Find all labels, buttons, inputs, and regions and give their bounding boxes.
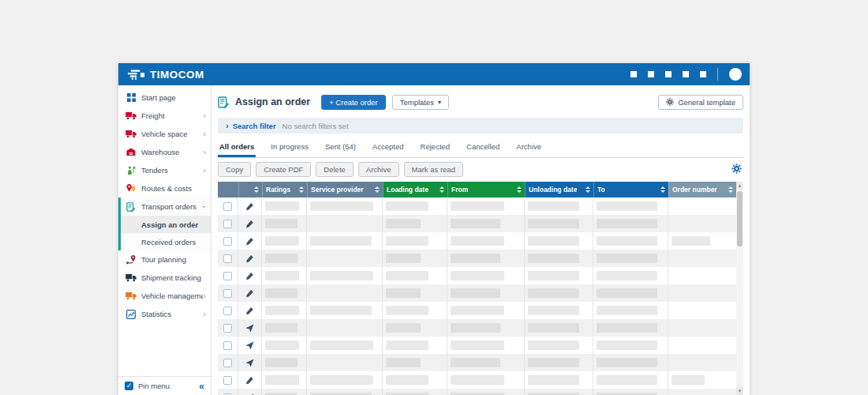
sidebar-item-statistics[interactable]: Statistics›: [118, 305, 211, 323]
table-row[interactable]: [218, 198, 736, 215]
sidebar-item-routes-costs[interactable]: Routes & costs: [118, 179, 211, 198]
sidebar-item-freight[interactable]: Freight›: [118, 107, 211, 125]
sidebar-item-warehouse[interactable]: Warehouse›: [118, 143, 211, 161]
table-row[interactable]: [218, 371, 736, 389]
placeholder-bar: [597, 271, 657, 280]
tab-in-progress[interactable]: In progress: [269, 142, 310, 157]
app-shortcut-icon[interactable]: [683, 71, 689, 77]
row-checkbox[interactable]: [223, 237, 232, 246]
row-checkbox[interactable]: [223, 272, 232, 280]
row-checkbox[interactable]: [223, 202, 232, 211]
search-filter-toggle[interactable]: › Search filter: [226, 121, 276, 130]
sidebar-item-transport-orders[interactable]: Transport orders›: [121, 198, 211, 216]
table-row[interactable]: [218, 267, 736, 284]
sidebar-item-vehicle-space[interactable]: Vehicle space›: [118, 125, 211, 143]
table-row[interactable]: [218, 302, 736, 319]
user-avatar[interactable]: [729, 68, 742, 81]
tab-sent-54[interactable]: Sent (54): [324, 142, 357, 157]
edit-icon[interactable]: [245, 272, 254, 280]
vertical-scrollbar[interactable]: ▲ ▼: [736, 182, 743, 395]
row-checkbox[interactable]: [223, 324, 232, 333]
tab-accepted[interactable]: Accepted: [371, 142, 406, 157]
edit-icon[interactable]: [245, 289, 254, 298]
table-row[interactable]: [218, 337, 736, 354]
table-row[interactable]: [218, 354, 736, 371]
column-label: Service provider: [311, 186, 364, 194]
brand-logo[interactable]: TIMOCOM: [126, 69, 204, 81]
sidebar-item-tenders[interactable]: Tenders›: [118, 161, 211, 179]
table-settings-gear-icon[interactable]: [731, 164, 742, 174]
edit-icon[interactable]: [245, 307, 254, 315]
table-row[interactable]: [218, 284, 736, 302]
edit-icon[interactable]: [245, 237, 254, 246]
cell-ratings: [262, 371, 307, 389]
column-header-from[interactable]: From: [447, 182, 525, 198]
scroll-up-icon[interactable]: ▲: [736, 182, 743, 190]
row-checkbox[interactable]: [223, 341, 232, 350]
create-order-button[interactable]: + Create order: [321, 95, 386, 110]
send-icon[interactable]: [245, 341, 254, 350]
column-header-ratings[interactable]: Ratings: [262, 182, 307, 198]
table-row[interactable]: [218, 232, 736, 250]
table-row[interactable]: [218, 250, 736, 267]
sidebar-item-start-page[interactable]: Start page: [118, 88, 211, 107]
column-header-order[interactable]: Order number: [668, 182, 736, 198]
app-shortcut-icon[interactable]: [630, 71, 637, 77]
row-checkbox[interactable]: [223, 359, 232, 367]
tab-archive[interactable]: Archive: [514, 142, 543, 157]
mark-as-read-button[interactable]: Mark as read: [404, 162, 463, 177]
cell-ratings: [262, 337, 307, 354]
delete-button[interactable]: Delete: [316, 162, 353, 177]
cell-order: [668, 215, 736, 232]
archive-button[interactable]: Archive: [358, 162, 399, 177]
app-shortcut-icon[interactable]: [648, 71, 654, 77]
sidebar-item-assign-an-order[interactable]: Assign an order: [121, 216, 211, 233]
collapse-sidebar-icon[interactable]: «: [199, 381, 204, 392]
send-icon[interactable]: [245, 359, 254, 367]
edit-icon[interactable]: [245, 220, 254, 228]
row-checkbox[interactable]: [223, 376, 232, 385]
column-header-icon[interactable]: [238, 182, 262, 198]
tab-cancelled[interactable]: Cancelled: [465, 142, 501, 157]
row-checkbox[interactable]: [223, 289, 232, 298]
table-row[interactable]: [218, 319, 736, 337]
tab-all-orders[interactable]: All orders: [218, 142, 256, 157]
table-row[interactable]: [218, 215, 736, 232]
column-header-loading[interactable]: Loading date: [383, 182, 447, 198]
placeholder-bar: [451, 306, 504, 315]
row-checkbox[interactable]: [223, 307, 232, 315]
placeholder-bar: [265, 201, 299, 211]
sidebar-item-tour-planning[interactable]: Tour planning: [118, 250, 211, 269]
app-shortcut-icon[interactable]: [665, 71, 672, 77]
pin-menu-checkbox[interactable]: ✓: [125, 382, 133, 390]
scrollbar-thumb[interactable]: [737, 191, 743, 246]
column-header-unloading[interactable]: Unloading date: [525, 182, 593, 198]
edit-icon[interactable]: [245, 376, 254, 385]
tab-rejected[interactable]: Rejected: [419, 142, 452, 157]
row-checkbox-cell: [218, 337, 238, 354]
table-row[interactable]: [218, 389, 736, 395]
column-header-provider[interactable]: Service provider: [307, 182, 383, 198]
titlebar-divider: [717, 68, 718, 81]
edit-icon[interactable]: [245, 202, 254, 211]
app-shortcut-icon[interactable]: [700, 71, 706, 77]
create-pdf-button[interactable]: Create PDF: [256, 162, 311, 177]
search-filter-bar[interactable]: › Search filter No search filters set: [218, 118, 743, 134]
cell-to: [593, 371, 668, 389]
edit-icon[interactable]: [245, 254, 254, 263]
templates-button[interactable]: Templates ▾: [392, 95, 449, 110]
row-checkbox[interactable]: [223, 254, 232, 263]
cell-ratings: [262, 215, 307, 232]
send-icon[interactable]: [245, 324, 254, 333]
cell-loading: [383, 250, 447, 267]
sidebar-item-vehicle-management[interactable]: Vehicle management›: [118, 287, 211, 305]
column-header-to[interactable]: To: [593, 182, 668, 198]
sidebar-item-received-orders[interactable]: Received orders: [121, 233, 211, 250]
sidebar-item-shipment-tracking[interactable]: Shipment tracking: [118, 269, 211, 287]
scroll-down-icon[interactable]: ▼: [736, 387, 743, 395]
general-template-button[interactable]: General template: [658, 95, 743, 110]
scrollbar-track[interactable]: [736, 190, 743, 387]
row-checkbox-cell: [218, 302, 238, 319]
row-checkbox[interactable]: [223, 220, 232, 228]
copy-button[interactable]: Copy: [218, 162, 251, 177]
